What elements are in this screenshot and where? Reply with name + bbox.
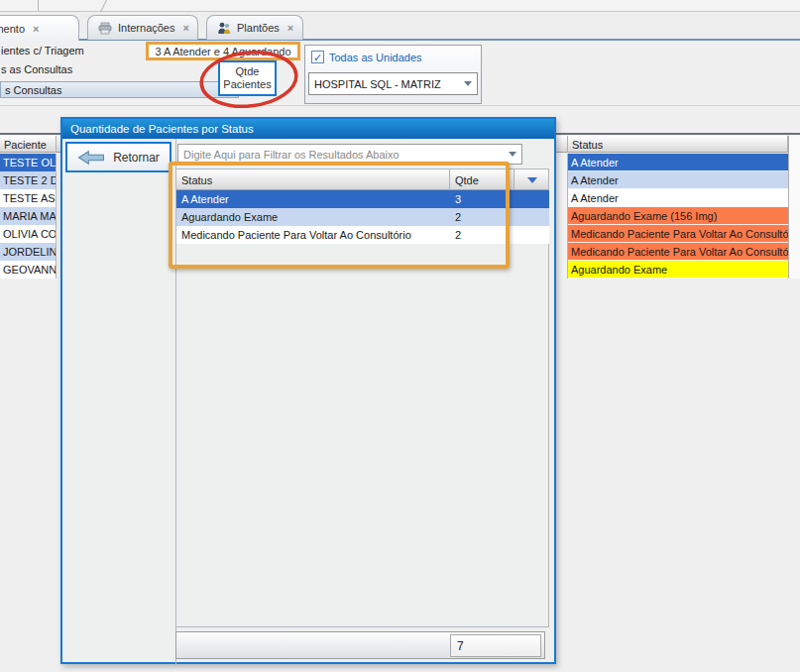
status-cell[interactable]: Medicando Paciente Para Voltar Ao Consul… <box>568 225 788 243</box>
patient-cell[interactable]: GEOVANNA <box>0 261 57 279</box>
printer-icon <box>97 22 113 35</box>
retornar-button[interactable]: Retornar <box>65 142 171 172</box>
dialog-titlebar[interactable]: Quantidade de Pacientes por Status <box>62 119 554 139</box>
dialog-table-row[interactable]: Aguardando Exame 2 <box>176 208 549 226</box>
paciente-column-header[interactable]: Paciente <box>0 136 57 153</box>
dialog-filter-combobox[interactable]: Digite Aqui para Filtrar os Resultados A… <box>177 144 522 165</box>
dialog-table-row[interactable]: A Atender 3 <box>176 190 549 208</box>
toolbar-separator <box>0 105 800 106</box>
patient-cell[interactable]: JORDELINO <box>0 243 57 261</box>
close-icon[interactable]: × <box>287 22 293 34</box>
todas-unidades-label: Todas as Unidades <box>329 52 422 63</box>
patient-cell[interactable]: TESTE 2 DO <box>0 171 57 189</box>
dialog-row-status: Medicando Paciente Para Voltar Ao Consul… <box>176 226 450 244</box>
patient-cell[interactable]: OLIVIA COS <box>0 225 57 243</box>
retornar-label: Retornar <box>113 151 160 165</box>
row-indicator-column <box>556 154 568 279</box>
patient-count-badge-text: 3 A Atender e 4 Aguardando <box>155 46 290 57</box>
top-window-strip <box>0 0 800 12</box>
consultas-combobox[interactable]: s Consultas <box>0 81 239 98</box>
label-todas-consultas: s as Consultas <box>1 63 72 75</box>
tab-internacoes[interactable]: Internações × <box>87 15 198 40</box>
qtde-button-line1: Qtde <box>236 65 260 78</box>
label-pacientes-triagem: ientes c/ Triagem <box>1 45 84 56</box>
tab-label: imento <box>0 23 25 35</box>
status-cell[interactable]: Aguardando Exame <box>568 261 788 279</box>
status-column-header[interactable]: Status <box>568 136 788 153</box>
patient-cell[interactable]: TESTE OLIV <box>0 154 57 171</box>
dialog-filter-placeholder: Digite Aqui para Filtrar os Resultados A… <box>183 149 400 161</box>
dialog-row-qtde: 3 <box>450 190 549 208</box>
todas-unidades-checkbox[interactable]: ✓ <box>311 51 324 63</box>
dialog-row-qtde: 2 <box>450 208 549 226</box>
patient-count-badge: 3 A Atender e 4 Aguardando <box>146 42 300 60</box>
dialog-status-column-header[interactable]: Status <box>176 169 450 190</box>
grid-right-strip <box>788 136 800 279</box>
dialog-footer-bar: 7 <box>175 631 545 659</box>
tab-label: Internações <box>118 22 174 34</box>
hospital-combobox[interactable]: HOSPITAL SQL - MATRIZ <box>308 72 478 95</box>
tab-label: Plantões <box>237 22 280 34</box>
dialog-title-text: Quantidade de Pacientes por Status <box>70 123 254 135</box>
close-icon[interactable]: × <box>182 22 188 34</box>
dialog-status-table: Status Qtde A Atender 3 Aguardando Exame… <box>175 168 549 627</box>
dialog-row-status: A Atender <box>176 190 450 208</box>
patient-cell[interactable]: TESTE ASD <box>0 189 57 207</box>
dialog-table-row[interactable]: Medicando Paciente Para Voltar Ao Consul… <box>176 226 549 244</box>
dialog-row-status: Aguardando Exame <box>176 208 450 226</box>
qtde-pacientes-button[interactable]: Qtde Pacientes <box>218 60 277 96</box>
status-cell[interactable]: A Atender <box>568 171 788 189</box>
status-cell[interactable]: A Atender <box>568 154 788 171</box>
dialog-table-header: Status Qtde <box>176 169 548 190</box>
qtde-button-line2: Pacientes <box>223 78 271 91</box>
close-icon[interactable]: × <box>33 23 39 35</box>
chevron-down-icon <box>509 152 516 157</box>
check-icon: ✓ <box>313 53 322 62</box>
consultas-combobox-value: s Consultas <box>5 84 61 96</box>
app-window: imento × Internações × <box>0 0 800 672</box>
tab-bar: imento × Internações × <box>0 12 800 41</box>
dialog-row-qtde: 2 <box>450 226 549 244</box>
chevron-down-icon <box>464 81 472 86</box>
tab-atendimento[interactable]: imento × <box>0 15 79 41</box>
unit-panel: ✓ Todas as Unidades HOSPITAL SQL - MATRI… <box>304 45 482 104</box>
people-icon <box>216 22 232 35</box>
qtde-pacientes-dialog: Quantidade de Pacientes por Status Retor… <box>60 117 556 664</box>
back-arrow-icon <box>77 150 105 166</box>
status-cell[interactable]: A Atender <box>568 189 788 207</box>
status-cell[interactable]: Medicando Paciente Para Voltar Ao Consul… <box>568 243 788 261</box>
column-filter-button[interactable] <box>514 169 549 190</box>
status-cell[interactable]: Aguardando Exame (156 Img) <box>568 207 788 225</box>
dialog-qtde-column-header[interactable]: Qtde <box>450 169 514 190</box>
tab-plantoes[interactable]: Plantões × <box>206 15 303 40</box>
tab-remnant-line <box>38 0 39 11</box>
indicator-column-header <box>556 136 568 153</box>
patient-cell[interactable]: MARIA MAR <box>0 207 57 225</box>
hospital-combobox-value: HOSPITAL SQL - MATRIZ <box>314 78 441 90</box>
filter-dropdown-icon <box>527 177 537 183</box>
dialog-total-count: 7 <box>450 634 541 657</box>
